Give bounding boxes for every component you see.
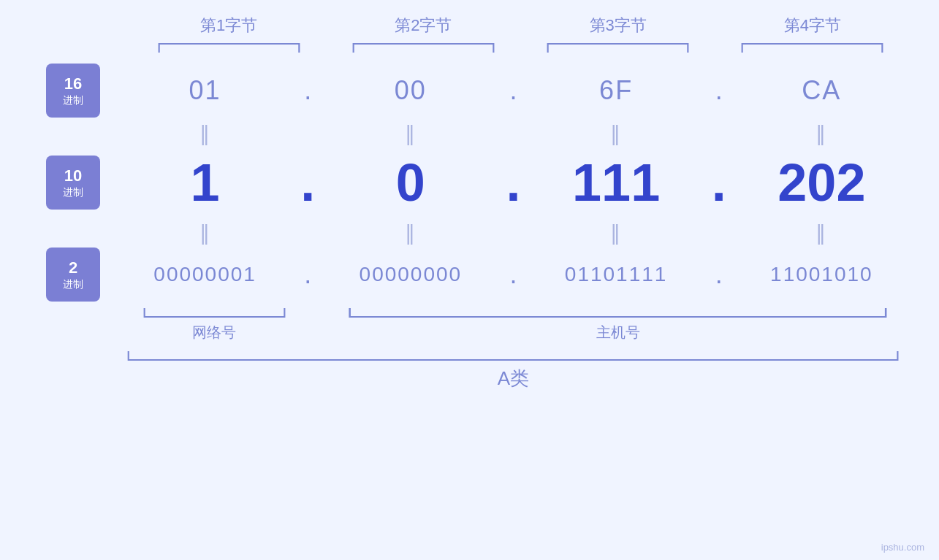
hex-val-3: 6F — [599, 75, 633, 106]
equals-row-2: ‖ ‖ ‖ ‖ — [29, 219, 910, 245]
eq2-1: ‖ — [199, 220, 211, 245]
hex-dot-3: . — [715, 75, 723, 106]
eq2-3: ‖ — [610, 220, 622, 245]
col-header-3: 第3字节 — [521, 15, 715, 41]
decimal-label-number: 10 — [64, 166, 82, 185]
network-label: 网络号 — [192, 323, 236, 342]
hex-label-sub: 进制 — [63, 94, 83, 107]
bottom-section: 网络号 主机号 A类 — [29, 307, 910, 391]
watermark: ipshu.com — [881, 542, 924, 553]
decimal-dot-3: . — [712, 153, 726, 212]
hex-row: 16 进制 01 . 00 . 6F . CA — [29, 61, 910, 120]
binary-label-sub: 进制 — [63, 278, 83, 291]
binary-val-4: 11001010 — [770, 263, 873, 286]
top-bracket-3 — [521, 41, 715, 54]
eq1-4: ‖ — [816, 121, 827, 145]
hex-val-2: 00 — [395, 75, 427, 106]
eq1-1: ‖ — [199, 121, 211, 145]
host-label: 主机号 — [596, 323, 640, 342]
hex-label-box: 16 进制 — [46, 64, 100, 118]
hex-dot-1: . — [304, 75, 311, 106]
decimal-val-2: 0 — [396, 153, 425, 212]
eq1-2: ‖ — [405, 121, 417, 145]
hex-dot-2: . — [509, 75, 517, 106]
eq2-2: ‖ — [405, 220, 417, 245]
host-bracket: 主机号 — [326, 307, 910, 342]
binary-val-1: 00000001 — [153, 263, 256, 286]
class-label: A类 — [498, 366, 529, 391]
binary-label-box: 2 进制 — [46, 248, 100, 302]
binary-dot-2: . — [509, 259, 517, 290]
hex-val-4: CA — [802, 75, 841, 106]
col-header-2: 第2字节 — [326, 15, 520, 41]
binary-label-number: 2 — [69, 258, 77, 277]
network-bracket: 网络号 — [117, 307, 311, 342]
decimal-val-1: 1 — [191, 153, 220, 212]
hex-val-1: 01 — [189, 75, 221, 106]
top-bracket-4 — [715, 41, 910, 54]
binary-dot-1: . — [304, 259, 311, 290]
decimal-label-box: 10 进制 — [46, 156, 100, 210]
decimal-dot-1: . — [300, 153, 315, 212]
decimal-label-sub: 进制 — [63, 186, 83, 199]
eq1-3: ‖ — [610, 121, 622, 145]
top-bracket-1 — [132, 41, 326, 54]
decimal-val-4: 202 — [778, 153, 865, 212]
binary-dot-3: . — [715, 259, 723, 290]
top-bracket-2 — [326, 41, 520, 54]
col-header-1: 第1字节 — [132, 15, 326, 41]
eq2-4: ‖ — [816, 220, 827, 245]
decimal-row: 10 进制 1 . 0 . 111 . 202 — [29, 146, 910, 219]
decimal-val-3: 111 — [572, 153, 660, 212]
equals-row-1: ‖ ‖ ‖ ‖ — [29, 120, 910, 146]
col-header-4: 第4字节 — [715, 15, 910, 41]
hex-label-number: 16 — [64, 74, 82, 93]
binary-row: 2 进制 00000001 . 00000000 . 01101111 . — [29, 245, 910, 304]
class-section: A类 — [117, 350, 910, 391]
decimal-dot-2: . — [506, 153, 520, 212]
binary-val-2: 00000000 — [360, 263, 463, 286]
binary-val-3: 01101111 — [565, 263, 668, 286]
